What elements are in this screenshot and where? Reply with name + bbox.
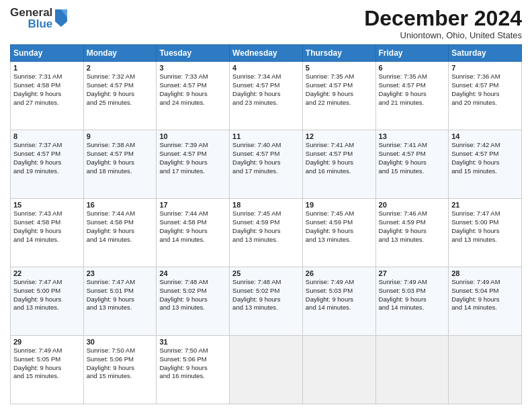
logo-general: General (10, 7, 52, 18)
day-info: Sunrise: 7:50 AMSunset: 5:06 PMDaylight:… (87, 347, 154, 381)
day-number: 22 (13, 269, 81, 277)
day-number: 3 (159, 64, 226, 72)
day-info: Sunrise: 7:44 AMSunset: 4:58 PMDaylight:… (159, 210, 226, 244)
header-friday: Friday (375, 45, 449, 62)
table-row: 6Sunrise: 7:35 AMSunset: 4:57 PMDaylight… (375, 62, 449, 130)
header-sunday: Sunday (11, 45, 84, 62)
logo-blue: Blue (28, 18, 52, 30)
table-row: 4Sunrise: 7:34 AMSunset: 4:57 PMDaylight… (230, 62, 303, 130)
day-info: Sunrise: 7:47 AMSunset: 5:00 PMDaylight:… (13, 278, 81, 312)
day-info: Sunrise: 7:31 AMSunset: 4:58 PMDaylight:… (13, 73, 81, 107)
table-row: 14Sunrise: 7:42 AMSunset: 4:57 PMDayligh… (449, 130, 522, 199)
table-row: 30Sunrise: 7:50 AMSunset: 5:06 PMDayligh… (83, 336, 157, 404)
day-number: 25 (232, 269, 300, 277)
day-info: Sunrise: 7:35 AMSunset: 4:57 PMDaylight:… (306, 73, 373, 107)
day-number: 16 (87, 201, 154, 209)
day-number: 7 (451, 64, 519, 72)
table-row: 28Sunrise: 7:49 AMSunset: 5:04 PMDayligh… (449, 267, 522, 336)
day-info: Sunrise: 7:48 AMSunset: 5:02 PMDaylight:… (232, 278, 300, 312)
day-info: Sunrise: 7:47 AMSunset: 5:00 PMDaylight:… (451, 210, 519, 244)
day-number: 14 (451, 132, 519, 140)
table-row: 15Sunrise: 7:43 AMSunset: 4:58 PMDayligh… (11, 199, 84, 267)
day-number: 23 (87, 269, 154, 277)
header-wednesday: Wednesday (230, 45, 303, 62)
day-number: 18 (232, 201, 300, 209)
day-number: 6 (379, 64, 446, 72)
table-row: 22Sunrise: 7:47 AMSunset: 5:00 PMDayligh… (11, 267, 84, 336)
day-info: Sunrise: 7:45 AMSunset: 4:59 PMDaylight:… (306, 210, 373, 244)
day-info: Sunrise: 7:42 AMSunset: 4:57 PMDaylight:… (451, 141, 519, 175)
day-info: Sunrise: 7:41 AMSunset: 4:57 PMDaylight:… (379, 141, 446, 175)
table-row: 26Sunrise: 7:49 AMSunset: 5:03 PMDayligh… (302, 267, 375, 336)
table-row: 27Sunrise: 7:49 AMSunset: 5:03 PMDayligh… (375, 267, 449, 336)
table-row: 10Sunrise: 7:39 AMSunset: 4:57 PMDayligh… (157, 130, 230, 199)
day-number: 19 (306, 201, 373, 209)
day-info: Sunrise: 7:34 AMSunset: 4:57 PMDaylight:… (232, 73, 300, 107)
table-row: 7Sunrise: 7:36 AMSunset: 4:57 PMDaylight… (449, 62, 522, 130)
table-row: 29Sunrise: 7:49 AMSunset: 5:05 PMDayligh… (11, 336, 84, 404)
table-row (302, 336, 375, 404)
table-row: 25Sunrise: 7:48 AMSunset: 5:02 PMDayligh… (230, 267, 303, 336)
day-number: 8 (13, 132, 81, 140)
table-row: 11Sunrise: 7:40 AMSunset: 4:57 PMDayligh… (230, 130, 303, 199)
day-number: 12 (306, 132, 373, 140)
location: Uniontown, Ohio, United States (364, 30, 522, 40)
day-number: 17 (159, 201, 226, 209)
day-info: Sunrise: 7:32 AMSunset: 4:57 PMDaylight:… (87, 73, 154, 107)
day-info: Sunrise: 7:39 AMSunset: 4:57 PMDaylight:… (159, 141, 226, 175)
table-row (449, 336, 522, 404)
day-number: 29 (13, 338, 81, 346)
day-number: 28 (451, 269, 519, 277)
day-info: Sunrise: 7:33 AMSunset: 4:57 PMDaylight:… (159, 73, 226, 107)
day-info: Sunrise: 7:35 AMSunset: 4:57 PMDaylight:… (379, 73, 446, 107)
day-info: Sunrise: 7:49 AMSunset: 5:03 PMDaylight:… (306, 278, 373, 312)
day-info: Sunrise: 7:38 AMSunset: 4:57 PMDaylight:… (87, 141, 154, 175)
day-number: 11 (232, 132, 300, 140)
day-number: 15 (13, 201, 81, 209)
day-info: Sunrise: 7:49 AMSunset: 5:04 PMDaylight:… (451, 278, 519, 312)
table-row: 8Sunrise: 7:37 AMSunset: 4:57 PMDaylight… (11, 130, 84, 199)
header-thursday: Thursday (302, 45, 375, 62)
table-row: 23Sunrise: 7:47 AMSunset: 5:01 PMDayligh… (83, 267, 157, 336)
table-row: 31Sunrise: 7:50 AMSunset: 5:06 PMDayligh… (157, 336, 230, 404)
table-row (375, 336, 449, 404)
day-info: Sunrise: 7:36 AMSunset: 4:57 PMDaylight:… (451, 73, 519, 107)
header-monday: Monday (83, 45, 157, 62)
day-number: 27 (379, 269, 446, 277)
day-info: Sunrise: 7:46 AMSunset: 4:59 PMDaylight:… (379, 210, 446, 244)
day-info: Sunrise: 7:47 AMSunset: 5:01 PMDaylight:… (87, 278, 154, 312)
day-number: 26 (306, 269, 373, 277)
calendar-header-row: Sunday Monday Tuesday Wednesday Thursday… (11, 45, 522, 62)
table-row: 2Sunrise: 7:32 AMSunset: 4:57 PMDaylight… (83, 62, 157, 130)
table-row: 18Sunrise: 7:45 AMSunset: 4:59 PMDayligh… (230, 199, 303, 267)
day-number: 9 (87, 132, 154, 140)
logo-icon (54, 8, 69, 28)
table-row: 19Sunrise: 7:45 AMSunset: 4:59 PMDayligh… (302, 199, 375, 267)
table-row: 20Sunrise: 7:46 AMSunset: 4:59 PMDayligh… (375, 199, 449, 267)
header: General Blue December 2024 Uniontown, Oh… (10, 7, 522, 40)
page: General Blue December 2024 Uniontown, Oh… (0, 0, 532, 411)
day-info: Sunrise: 7:41 AMSunset: 4:57 PMDaylight:… (306, 141, 373, 175)
day-info: Sunrise: 7:45 AMSunset: 4:59 PMDaylight:… (232, 210, 300, 244)
table-row: 9Sunrise: 7:38 AMSunset: 4:57 PMDaylight… (83, 130, 157, 199)
table-row: 3Sunrise: 7:33 AMSunset: 4:57 PMDaylight… (157, 62, 230, 130)
day-info: Sunrise: 7:37 AMSunset: 4:57 PMDaylight:… (13, 141, 81, 175)
table-row: 13Sunrise: 7:41 AMSunset: 4:57 PMDayligh… (375, 130, 449, 199)
title-block: December 2024 Uniontown, Ohio, United St… (364, 7, 522, 40)
header-tuesday: Tuesday (157, 45, 230, 62)
day-number: 10 (159, 132, 226, 140)
table-row: 5Sunrise: 7:35 AMSunset: 4:57 PMDaylight… (302, 62, 375, 130)
day-number: 1 (13, 64, 81, 72)
day-number: 30 (87, 338, 154, 346)
day-info: Sunrise: 7:48 AMSunset: 5:02 PMDaylight:… (159, 278, 226, 312)
day-number: 20 (379, 201, 446, 209)
day-number: 4 (232, 64, 300, 72)
day-number: 13 (379, 132, 446, 140)
table-row: 16Sunrise: 7:44 AMSunset: 4:58 PMDayligh… (83, 199, 157, 267)
day-number: 21 (451, 201, 519, 209)
table-row (230, 336, 303, 404)
day-info: Sunrise: 7:43 AMSunset: 4:58 PMDaylight:… (13, 210, 81, 244)
day-info: Sunrise: 7:49 AMSunset: 5:05 PMDaylight:… (13, 347, 81, 381)
day-info: Sunrise: 7:49 AMSunset: 5:03 PMDaylight:… (379, 278, 446, 312)
header-saturday: Saturday (449, 45, 522, 62)
